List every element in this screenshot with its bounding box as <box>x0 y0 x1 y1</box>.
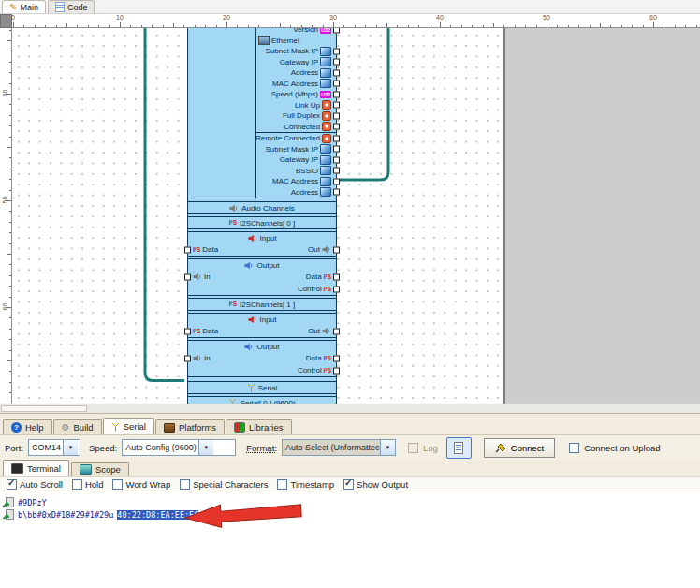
pin-row: ControlI²S <box>188 364 336 376</box>
terminal-option: Word Wrap <box>112 479 170 490</box>
pin[interactable] <box>333 168 340 174</box>
document-tab-bar: ✎MainCode <box>0 0 700 14</box>
pin[interactable] <box>333 59 340 66</box>
ruler-tick <box>56 25 57 28</box>
speed-select[interactable]: Auto Config (9600) ▼ <box>122 439 236 456</box>
pin-row: Remote Connected <box>256 133 336 144</box>
pin[interactable] <box>333 286 340 292</box>
ruler-tick <box>183 25 184 28</box>
pin[interactable] <box>333 328 340 334</box>
ruler-label: 0 <box>11 14 15 21</box>
terminal-icon <box>11 463 23 474</box>
network-address-icon <box>320 57 331 66</box>
group-header: I²SI2SChannels[ 0 ] <box>188 217 336 228</box>
connect-button[interactable]: Connect <box>484 438 555 458</box>
pin-row: Gateway IP <box>256 57 336 68</box>
bottom-panel: ?Help⚙BuildSerialPlatformsLibraries Port… <box>0 413 700 588</box>
pin-label: MAC Address <box>272 177 318 185</box>
pin[interactable] <box>333 124 340 130</box>
pin-row: ControlI²S <box>188 283 336 295</box>
ruler-tick <box>536 25 537 28</box>
ruler-tick <box>578 25 579 28</box>
pin[interactable] <box>333 69 340 76</box>
panel-tab-label: Platforms <box>179 422 216 433</box>
horizontal-scrollbar[interactable] <box>0 404 700 413</box>
ruler-tick <box>173 23 174 27</box>
pin[interactable] <box>333 112 340 119</box>
ruler-tick <box>13 22 14 27</box>
log-file-button[interactable] <box>446 437 472 459</box>
pin-label: Data <box>306 272 322 281</box>
view-tab-terminal[interactable]: Terminal <box>3 460 69 476</box>
pin[interactable] <box>184 273 191 280</box>
option-label: Timestamp <box>290 479 334 490</box>
format-select[interactable]: Auto Select (Unformattec ▼ <box>282 439 396 456</box>
ruler-tick <box>9 190 12 191</box>
word-wrap-checkbox[interactable] <box>112 479 123 490</box>
terminal-line: b\bb#0xD#18#29#1#29u40:22:D8:EA:EE:EC <box>3 508 700 521</box>
speaker-icon <box>322 245 331 254</box>
pin[interactable] <box>333 28 340 33</box>
panel-tab-build[interactable]: ⚙Build <box>53 419 102 434</box>
panel-tab-platforms[interactable]: Platforms <box>155 419 225 434</box>
pin-label: Version <box>293 28 318 34</box>
ruler-tick <box>653 22 654 27</box>
pin[interactable] <box>333 81 340 87</box>
pin[interactable] <box>333 273 340 280</box>
pin[interactable] <box>184 328 191 334</box>
wire-mac-address[interactable] <box>340 28 388 180</box>
auto-scroll-checkbox[interactable] <box>7 479 17 490</box>
speaker-icon <box>193 272 202 281</box>
pin[interactable] <box>333 367 340 374</box>
pin[interactable] <box>333 355 340 361</box>
panel-tab-serial[interactable]: Serial <box>103 418 154 434</box>
speaker-icon <box>244 261 254 270</box>
pin[interactable] <box>333 91 340 97</box>
doc-tab-code[interactable]: Code <box>48 0 95 13</box>
pin[interactable] <box>184 355 191 361</box>
special-characters-checkbox[interactable] <box>180 479 190 490</box>
doc-tab-main[interactable]: ✎Main <box>2 0 46 13</box>
port-select[interactable]: COM14 ▼ <box>28 439 80 456</box>
pin[interactable] <box>333 146 340 153</box>
pin[interactable] <box>333 178 340 184</box>
pin[interactable] <box>333 246 340 253</box>
ruler-tick <box>9 222 12 223</box>
ruler-tick <box>408 25 409 28</box>
panel-tab-libraries[interactable]: Libraries <box>226 419 291 434</box>
show-output-checkbox[interactable] <box>343 479 354 490</box>
network-address-icon <box>320 144 331 154</box>
pin-label: Link Up <box>295 101 320 110</box>
pin[interactable] <box>184 246 191 253</box>
pin[interactable] <box>333 135 340 141</box>
ruler-tick <box>9 382 12 383</box>
pin[interactable] <box>333 156 340 163</box>
ruler-tick <box>7 40 11 41</box>
design-canvas[interactable]: VersionU32EthernetSubnet Mask IPGateway … <box>12 28 503 404</box>
ruler-tick <box>77 25 78 28</box>
chevron-down-icon: ▼ <box>63 440 78 455</box>
scrollbar-thumb[interactable] <box>1 405 87 412</box>
ruler-tick <box>418 25 419 28</box>
panel-tab-help[interactable]: ?Help <box>3 419 52 434</box>
ruler-tick <box>258 25 259 28</box>
connect-on-upload-checkbox[interactable] <box>569 443 579 453</box>
libraries-icon <box>234 422 245 433</box>
i2s-icon: I²S <box>229 219 237 227</box>
timestamp-checkbox[interactable] <box>277 479 287 490</box>
pin-label: In <box>204 272 211 281</box>
ruler-tick <box>9 329 12 330</box>
pin[interactable] <box>333 48 340 54</box>
ruler-tick <box>9 83 12 84</box>
log-checkbox[interactable] <box>408 443 418 453</box>
terminal-option: Timestamp <box>277 479 334 490</box>
view-tab-scope[interactable]: Scope <box>71 462 129 476</box>
hold-checkbox[interactable] <box>72 479 82 490</box>
ruler-tick <box>35 25 36 28</box>
pin[interactable] <box>333 102 340 109</box>
pin-row: InDataI²S <box>188 352 336 364</box>
wire-serial-in[interactable] <box>145 28 184 381</box>
pin[interactable] <box>333 189 340 196</box>
component-block[interactable]: VersionU32EthernetSubnet Mask IPGateway … <box>187 28 337 404</box>
terminal-output[interactable]: #9DPzYb\bb#0xD#18#29#1#29u40:22:D8:EA:EE… <box>0 492 700 588</box>
